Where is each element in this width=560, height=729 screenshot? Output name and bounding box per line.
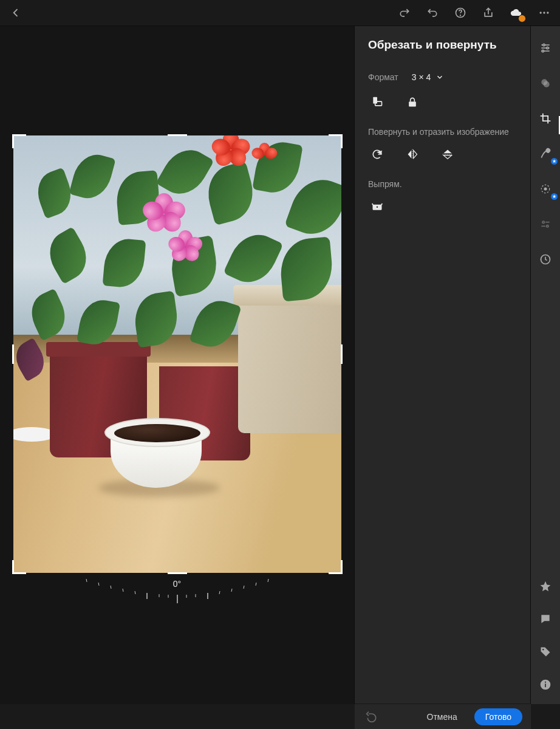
rotate-cw-button[interactable] [368,145,386,163]
crop-handle-left[interactable] [12,344,14,364]
lock-aspect-button[interactable] [403,93,422,111]
flip-vertical-button[interactable] [439,145,457,163]
chevron-down-icon [435,73,444,81]
straighten-section-label: Выпрям. [368,179,517,189]
svg-point-29 [376,206,378,208]
rating-star-button[interactable] [536,577,555,596]
more-button[interactable] [536,4,553,21]
straighten-dial[interactable]: 0° [68,577,287,607]
svg-point-43 [547,225,548,227]
rotate-section-label: Повернуть и отразить изображение [368,127,517,137]
crop-handle-tr[interactable] [329,134,343,148]
panel-title: Обрезать и повернуть [368,38,517,52]
crop-frame[interactable] [13,135,341,573]
new-badge-icon: ★ [551,158,558,165]
svg-line-19 [231,589,232,592]
redo-button[interactable] [396,4,413,21]
back-button[interactable] [7,4,24,21]
svg-rect-48 [545,683,546,687]
crop-handle-top[interactable] [168,134,187,136]
svg-point-37 [544,81,550,87]
svg-line-8 [111,586,111,589]
svg-point-4 [543,12,545,13]
svg-line-10 [135,591,135,594]
svg-point-1 [460,15,461,16]
svg-point-5 [547,12,548,13]
crop-tool[interactable] [536,109,555,128]
flip-horizontal-button[interactable] [403,145,422,163]
svg-point-3 [540,12,542,13]
content-area: 0° Обрезать и повернуть Формат 3 × 4 Пов… [0,26,560,704]
versions-tool[interactable] [536,250,555,269]
new-badge-icon: ★ [551,193,558,200]
svg-line-20 [244,586,244,589]
aspect-dropdown[interactable]: 3 × 4 [412,72,445,82]
crop-handle-right[interactable] [341,344,343,364]
svg-line-6 [86,579,87,582]
svg-line-9 [123,589,123,592]
masking-tool[interactable]: ★ [536,179,555,199]
info-button[interactable] [536,675,555,694]
photo-preview [13,135,341,573]
top-bar [0,0,560,26]
angle-value: 0° [173,579,181,589]
auto-settings-tool[interactable] [536,214,555,234]
tool-strip: ★ ★ [530,26,560,704]
crop-handle-br[interactable] [329,560,343,574]
svg-point-41 [542,221,544,223]
crop-handle-bl[interactable] [12,560,26,574]
share-button[interactable] [480,4,497,21]
cancel-button[interactable]: Отмена [416,708,468,725]
cloud-alert-badge [518,15,526,22]
reset-button[interactable] [363,708,380,725]
crop-handle-tl[interactable] [12,134,26,148]
svg-point-34 [547,47,548,49]
panel-footer: Отмена Готово [355,703,531,729]
crop-panel: Обрезать и повернуть Формат 3 × 4 Поверн… [354,26,530,704]
svg-rect-38 [545,148,550,153]
cloud-sync-button[interactable] [508,4,525,21]
svg-point-49 [545,682,546,683]
svg-point-46 [542,649,544,651]
svg-point-35 [542,50,544,52]
presets-tool[interactable] [536,74,555,93]
undo-button[interactable] [424,4,441,21]
rotate-aspect-button[interactable] [368,93,386,111]
svg-line-18 [219,591,220,594]
comments-button[interactable] [536,609,555,629]
aspect-label: Формат [368,72,398,82]
svg-rect-25 [409,101,416,106]
svg-line-7 [98,583,99,586]
healing-tool[interactable]: ★ [536,144,555,163]
svg-line-22 [268,579,268,582]
svg-line-21 [256,583,256,586]
help-button[interactable] [452,4,469,21]
canvas-area[interactable]: 0° [0,26,354,704]
svg-point-40 [544,188,547,191]
auto-straighten-button[interactable] [368,197,386,216]
crop-handle-bottom[interactable] [168,572,187,574]
adjust-tool[interactable] [536,38,555,58]
svg-point-33 [543,44,545,46]
done-button[interactable]: Готово [474,708,522,725]
aspect-value: 3 × 4 [412,72,431,82]
keywords-button[interactable] [536,642,555,662]
